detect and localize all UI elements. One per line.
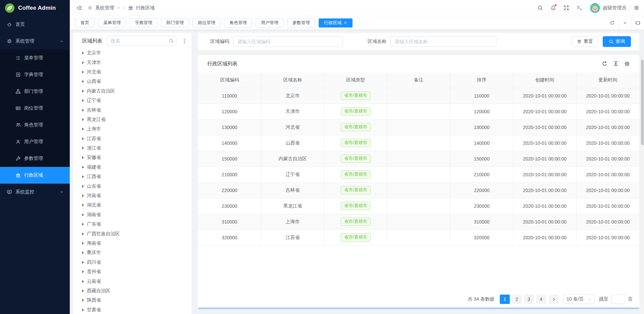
page-scrollbar[interactable] — [641, 59, 644, 314]
tree-node[interactable]: 辽宁省 — [73, 96, 192, 105]
caret-right-icon[interactable] — [82, 90, 84, 92]
tab[interactable]: 角色管理 — [224, 18, 252, 27]
tree-node[interactable]: 广西壮族自治区 — [73, 229, 192, 238]
sidebar-item-monitor[interactable]: 系统监控 — [0, 184, 70, 200]
page-size-select[interactable]: 10 条/页 — [564, 295, 594, 304]
table-row[interactable]: 150000 内蒙古自治区 省市/直辖市 150000 2020-10-01 0… — [198, 151, 640, 167]
tree-node[interactable]: 内蒙古自治区 — [73, 86, 192, 96]
sidebar-item-user-mgmt[interactable]: 用户管理 — [0, 133, 70, 150]
tree-node[interactable]: 湖北省 — [73, 200, 192, 210]
tab[interactable]: 行政区域 — [319, 18, 353, 27]
search-icon[interactable] — [537, 5, 543, 11]
caret-right-icon[interactable] — [82, 128, 84, 130]
tree-node[interactable]: 西藏自治区 — [73, 286, 192, 296]
tree-node[interactable]: 河北省 — [73, 67, 192, 77]
tree-node[interactable]: 广东省 — [73, 219, 192, 229]
tab[interactable]: 用户管理 — [256, 18, 284, 27]
caret-right-icon[interactable] — [82, 204, 84, 206]
sidebar-item-region[interactable]: 行政区域 — [0, 167, 70, 184]
tab[interactable]: 首页 — [75, 18, 95, 27]
caret-right-icon[interactable] — [82, 261, 84, 264]
tab[interactable]: 字典管理 — [129, 18, 158, 27]
breadcrumb-section[interactable]: 系统管理 — [95, 5, 114, 11]
tree-search-input[interactable] — [107, 36, 176, 46]
tab[interactable]: 岗位管理 — [193, 18, 221, 27]
tree-node[interactable]: 河南省 — [73, 191, 192, 200]
region-name-input[interactable] — [390, 36, 496, 47]
caret-right-icon[interactable] — [82, 118, 84, 121]
tree-node[interactable]: 天津市 — [73, 58, 192, 67]
refresh-icon[interactable] — [602, 61, 607, 67]
user-menu[interactable]: 超级管理员 — [590, 3, 626, 13]
tree-node[interactable]: 江苏省 — [73, 134, 192, 143]
tab[interactable]: 菜单管理 — [98, 18, 126, 27]
tree-node[interactable]: 浙江省 — [73, 143, 192, 153]
caret-right-icon[interactable] — [82, 61, 84, 64]
caret-right-icon[interactable] — [82, 166, 84, 169]
caret-right-icon[interactable] — [82, 147, 84, 149]
sidebar-item-home[interactable]: 首页 — [0, 16, 70, 33]
caret-right-icon[interactable] — [82, 71, 84, 73]
region-code-input[interactable] — [233, 36, 343, 47]
tree-node[interactable]: 陕西省 — [73, 296, 192, 305]
caret-right-icon[interactable] — [82, 194, 84, 197]
tree-node[interactable]: 黑龙江省 — [73, 115, 192, 124]
tree-node[interactable]: 吉林省 — [73, 105, 192, 115]
column-header[interactable]: 区域编码 — [198, 72, 261, 88]
sidebar-item-system[interactable]: 系统管理 — [0, 33, 70, 50]
search-icon[interactable] — [169, 38, 174, 43]
caret-right-icon[interactable] — [82, 80, 84, 83]
refresh-icon[interactable] — [606, 16, 619, 29]
page-button[interactable]: 4 — [536, 295, 546, 304]
jump-input[interactable] — [611, 295, 625, 304]
close-icon[interactable] — [344, 21, 347, 24]
caret-right-icon[interactable] — [82, 175, 84, 178]
tree-node[interactable]: 山西省 — [73, 77, 192, 86]
sidebar-item-role-mgmt[interactable]: 角色管理 — [0, 117, 70, 133]
column-header[interactable]: 区域类型 — [324, 72, 387, 88]
more-vertical-icon[interactable] — [181, 38, 187, 44]
maximize-icon[interactable] — [631, 16, 644, 29]
caret-right-icon[interactable] — [82, 270, 84, 273]
translate-icon[interactable]: 文A — [577, 5, 583, 11]
row-height-icon[interactable] — [613, 61, 619, 66]
caret-right-icon[interactable] — [82, 290, 84, 292]
column-header[interactable]: 备注 — [387, 72, 450, 88]
sidebar-item-menu-mgmt[interactable]: 菜单管理 — [0, 50, 70, 66]
menu-fold-icon[interactable] — [76, 5, 82, 11]
caret-right-icon[interactable] — [82, 280, 84, 283]
page-button[interactable]: 2 — [512, 295, 522, 304]
table-row[interactable]: 320000 江苏省 省市/直辖市 320000 2020-10-01 00:0… — [198, 230, 640, 245]
sidebar-item-param-mgmt[interactable]: 参数管理 — [0, 150, 70, 167]
table-row[interactable]: 210000 辽宁省 省市/直辖市 210000 2020-10-01 00:0… — [198, 167, 640, 182]
horizontal-scrollbar-thumb[interactable] — [198, 308, 639, 309]
column-header[interactable]: 排序 — [450, 72, 513, 88]
table-row[interactable]: 230000 黑龙江省 省市/直辖市 230000 2020-10-01 00:… — [198, 198, 640, 214]
tree-node[interactable]: 重庆市 — [73, 248, 192, 257]
tree-node[interactable]: 海南省 — [73, 239, 192, 248]
bell-icon[interactable] — [550, 5, 556, 11]
caret-right-icon[interactable] — [82, 309, 84, 311]
caret-right-icon[interactable] — [82, 233, 84, 235]
chevron-down-icon[interactable] — [619, 16, 631, 29]
settings-gear-icon[interactable] — [634, 5, 639, 11]
next-page-button[interactable] — [549, 295, 559, 304]
caret-right-icon[interactable] — [82, 156, 84, 159]
tree-node[interactable]: 江西省 — [73, 172, 192, 181]
page-scrollbar-thumb[interactable] — [641, 60, 644, 145]
tree-node[interactable]: 山东省 — [73, 181, 192, 191]
sidebar-item-post-mgmt[interactable]: 岗位管理 — [0, 100, 70, 117]
page-button[interactable]: 1 — [500, 295, 510, 304]
caret-right-icon[interactable] — [82, 185, 84, 188]
page-button[interactable]: 3 — [524, 295, 534, 304]
tree-node[interactable]: 安徽省 — [73, 153, 192, 162]
tab[interactable]: 参数管理 — [287, 18, 315, 27]
column-header[interactable]: 更新时间 — [576, 72, 639, 88]
column-header[interactable]: 创建时间 — [513, 72, 576, 88]
caret-right-icon[interactable] — [82, 242, 84, 245]
table-row[interactable]: 310000 上海市 省市/直辖市 310000 2020-10-01 00:0… — [198, 214, 640, 230]
caret-right-icon[interactable] — [82, 299, 84, 302]
column-settings-gear-icon[interactable] — [624, 61, 630, 67]
column-header[interactable]: 区域名称 — [261, 72, 324, 88]
tree-node[interactable]: 贵州省 — [73, 267, 192, 276]
